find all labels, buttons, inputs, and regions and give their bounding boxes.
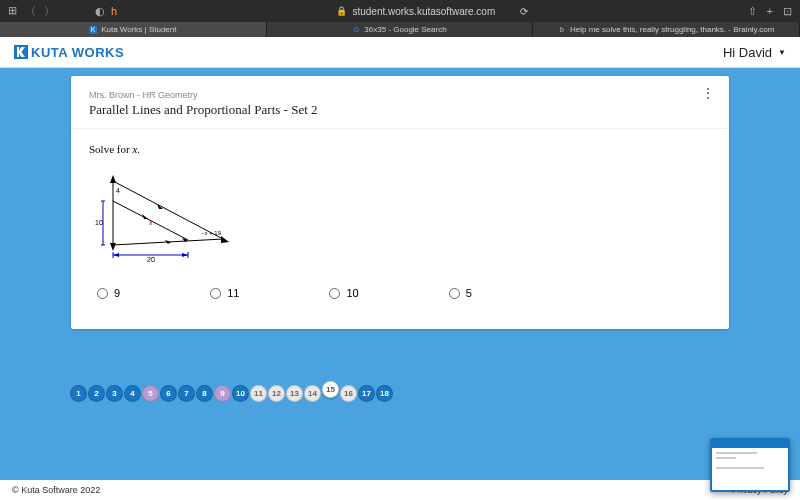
question-card: ⋮ Mrs. Brown - HR Geometry Parallel Line…	[71, 76, 729, 329]
pager-item-2[interactable]: 2	[88, 385, 105, 402]
radio-icon[interactable]	[329, 288, 340, 299]
reload-icon[interactable]: ⟳	[520, 6, 528, 17]
screen-preview-thumbnail[interactable]	[710, 438, 790, 492]
svg-text:x: x	[148, 219, 153, 226]
svg-marker-8	[110, 175, 116, 183]
pager-item-1[interactable]: 1	[70, 385, 87, 402]
svg-text:20: 20	[147, 256, 155, 263]
user-menu[interactable]: Hi David ▼	[723, 45, 786, 60]
choice-c[interactable]: 10	[329, 287, 358, 299]
geometry-figure: 10 4 x −x + 19 20	[93, 173, 711, 267]
choice-label: 11	[227, 287, 239, 299]
svg-text:−x + 19: −x + 19	[201, 230, 222, 236]
svg-marker-9	[221, 236, 229, 243]
url-bar[interactable]: 🔒 student.works.kutasoftware.com ⟳	[127, 6, 737, 17]
tab-label: Kuta Works | Student	[101, 25, 176, 34]
radio-icon[interactable]	[210, 288, 221, 299]
content-area: ⋮ Mrs. Brown - HR Geometry Parallel Line…	[0, 68, 800, 480]
answer-choices: 9 11 10 5	[89, 287, 711, 299]
kuta-favicon-icon: K	[89, 26, 97, 34]
app-footer: © Kuta Software 2022 Privacy Policy	[0, 480, 800, 500]
app-header: KUTA WORKS Hi David ▼	[0, 37, 800, 68]
question-prompt: Solve for x.	[89, 143, 711, 155]
svg-text:10: 10	[95, 219, 103, 226]
radio-icon[interactable]	[97, 288, 108, 299]
share-icon[interactable]: ⇧	[748, 5, 757, 18]
pager-item-14[interactable]: 14	[304, 385, 321, 402]
choice-label: 10	[346, 287, 358, 299]
choice-label: 9	[114, 287, 120, 299]
pager-item-16[interactable]: 16	[340, 385, 357, 402]
lock-icon: 🔒	[336, 6, 347, 16]
new-tab-icon[interactable]: +	[767, 5, 773, 18]
svg-marker-10	[110, 243, 116, 251]
tabs-overview-icon[interactable]: ⊡	[783, 5, 792, 18]
tab-google[interactable]: G 36x35 - Google Search	[267, 22, 534, 37]
tab-label: Help me solve this, really struggling, t…	[570, 25, 774, 34]
pager-item-17[interactable]: 17	[358, 385, 375, 402]
pager-item-18[interactable]: 18	[376, 385, 393, 402]
logo-text: KUTA WORKS	[31, 45, 124, 60]
tab-strip: K Kuta Works | Student G 36x35 - Google …	[0, 22, 800, 37]
logo-icon	[14, 45, 28, 59]
sidebar-toggle-icon[interactable]: ⊞	[8, 4, 17, 19]
pager-item-11[interactable]: 11	[250, 385, 267, 402]
svg-marker-22	[182, 253, 188, 257]
choice-b[interactable]: 11	[210, 287, 239, 299]
tab-brainly[interactable]: b Help me solve this, really struggling,…	[533, 22, 800, 37]
pager-item-4[interactable]: 4	[124, 385, 141, 402]
google-favicon-icon: G	[352, 26, 360, 34]
pager-item-5[interactable]: 5	[142, 385, 159, 402]
nav-forward-icon[interactable]: 〉	[44, 4, 55, 19]
pager-item-12[interactable]: 12	[268, 385, 285, 402]
honey-ext-icon[interactable]: h	[111, 5, 117, 18]
pager-item-6[interactable]: 6	[160, 385, 177, 402]
url-text: student.works.kutasoftware.com	[352, 6, 495, 17]
pager-item-10[interactable]: 10	[232, 385, 249, 402]
pager-item-9[interactable]: 9	[214, 385, 231, 402]
assignment-title: Parallel Lines and Proportional Parts - …	[89, 102, 711, 118]
browser-toolbar: ⊞ 〈 〉 ◐ h 🔒 student.works.kutasoftware.c…	[0, 0, 800, 22]
divider	[71, 128, 729, 129]
tab-kuta[interactable]: K Kuta Works | Student	[0, 22, 267, 37]
app-body: KUTA WORKS Hi David ▼ ⋮ Mrs. Brown - HR …	[0, 37, 800, 500]
nav-back-icon[interactable]: 〈	[25, 4, 36, 19]
copyright: © Kuta Software 2022	[12, 485, 100, 495]
svg-marker-21	[113, 253, 119, 257]
pager-item-13[interactable]: 13	[286, 385, 303, 402]
pager-item-8[interactable]: 8	[196, 385, 213, 402]
pager-item-3[interactable]: 3	[106, 385, 123, 402]
question-pager: 123456789101112131415161718	[70, 385, 393, 402]
logo[interactable]: KUTA WORKS	[14, 45, 124, 60]
brainly-favicon-icon: b	[558, 26, 566, 34]
tab-label: 36x35 - Google Search	[364, 25, 446, 34]
pager-item-7[interactable]: 7	[178, 385, 195, 402]
caret-down-icon: ▼	[778, 48, 786, 57]
choice-a[interactable]: 9	[97, 287, 120, 299]
choice-label: 5	[466, 287, 472, 299]
user-greeting: Hi David	[723, 45, 772, 60]
pager-item-15[interactable]: 15	[322, 381, 339, 398]
svg-text:4: 4	[116, 187, 120, 194]
radio-icon[interactable]	[449, 288, 460, 299]
breadcrumb: Mrs. Brown - HR Geometry	[89, 90, 711, 100]
kebab-menu-icon[interactable]: ⋮	[701, 90, 715, 97]
contrast-icon[interactable]: ◐	[95, 5, 105, 18]
choice-d[interactable]: 5	[449, 287, 472, 299]
